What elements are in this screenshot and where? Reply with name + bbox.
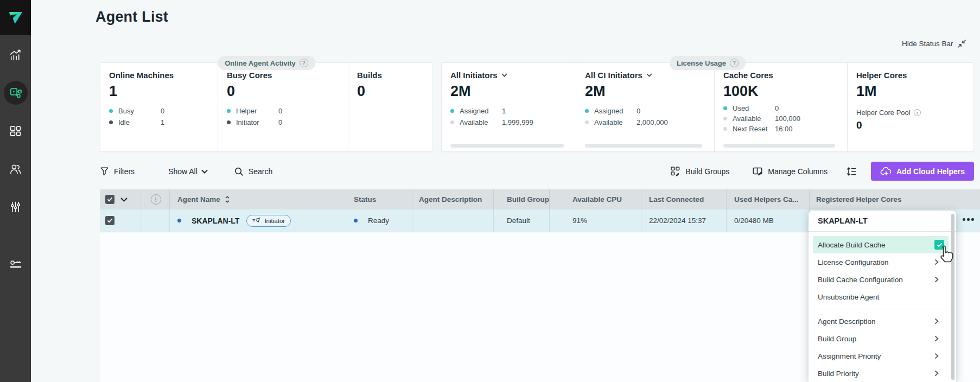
available-dot <box>585 120 589 124</box>
column-header-agent-description[interactable]: Agent Description <box>412 189 494 209</box>
table-header: ! Agent Name Status Agent Description Bu… <box>100 189 980 209</box>
idle-dot <box>109 120 113 124</box>
menu-item-allocate-build-cache[interactable]: Allocate Build Cache <box>813 236 949 253</box>
license-usage-pill: License Usage ? <box>670 56 746 70</box>
column-header-status[interactable]: Status <box>347 189 412 209</box>
help-icon[interactable]: ? <box>730 59 739 67</box>
cloud-plus-icon <box>880 167 892 176</box>
header-select-cell <box>100 189 142 209</box>
legend-row: Used 0 <box>723 104 847 112</box>
helper-dot <box>227 109 231 113</box>
cache-cores-card: Cache Cores 100K Used 0 Available 100,00… <box>714 63 847 151</box>
chevron-down-icon <box>201 169 208 174</box>
available-dot <box>450 120 454 124</box>
card-value: 100K <box>723 83 847 100</box>
card-value: 2M <box>450 83 576 100</box>
card-title: Builds <box>357 71 432 80</box>
sidebar-item-settings[interactable] <box>4 195 28 219</box>
brand-logo-icon <box>8 10 24 24</box>
show-all-dropdown[interactable]: Show All <box>168 167 208 176</box>
legend: Assigned 0 Available 2,000,000 <box>585 107 714 126</box>
available-dot <box>723 117 727 120</box>
sort-icon[interactable] <box>225 195 230 203</box>
menu-scrollbar[interactable] <box>951 214 954 380</box>
help-icon[interactable]: ? <box>300 59 308 67</box>
chevron-right-icon <box>934 318 939 324</box>
helper-core-pool-value: 0 <box>856 119 973 131</box>
legend-row: Idle 1 <box>109 118 218 126</box>
status-dot <box>354 219 358 222</box>
assigned-dot <box>585 109 589 113</box>
all-initiators-card: All Initiators 2M Assigned 1 Available 1… <box>442 63 576 151</box>
initiator-icon <box>252 217 261 224</box>
select-menu-chevron-icon[interactable] <box>120 198 128 202</box>
build-groups-button[interactable]: Build Groups <box>670 166 729 176</box>
row-more-actions-button[interactable] <box>963 218 974 221</box>
search-input[interactable]: Search <box>234 167 272 176</box>
menu-item-build-group[interactable]: Build Group <box>809 330 956 347</box>
panel-label: Online Agent Activity <box>225 59 296 67</box>
alert-icon: ! <box>151 194 161 205</box>
info-icon[interactable]: i <box>914 109 921 116</box>
page-title: Agent List <box>96 9 168 26</box>
manage-columns-icon <box>752 166 763 176</box>
license-usage-panel: License Usage ? All Initiators 2M Assign… <box>441 62 974 152</box>
menu-item-agent-description[interactable]: Agent Description <box>809 313 956 330</box>
online-agent-activity-pill: Online Agent Activity ? <box>218 56 315 70</box>
online-machines-card: Online Machines 1 Busy 0 Idle 1 <box>100 63 218 151</box>
agents-icon <box>9 86 23 100</box>
menu-item-license-configuration[interactable]: License Configuration <box>809 253 956 271</box>
sidebar-item-agents[interactable] <box>4 81 28 105</box>
sidebar-item-users[interactable] <box>4 157 28 181</box>
column-header-registered-helper-cores[interactable]: Registered Helper Cores <box>810 189 980 209</box>
usage-progress-bar <box>723 144 835 148</box>
row-used-helpers-cell: 0/20480 MB <box>727 209 810 232</box>
chevron-right-icon <box>934 353 939 359</box>
app-logo[interactable] <box>0 0 31 35</box>
column-header-last-connected[interactable]: Last Connected <box>641 189 727 209</box>
busy-dot <box>109 109 113 113</box>
column-header-agent-name[interactable]: Agent Name <box>170 189 347 209</box>
allocate-build-cache-checkbox[interactable] <box>934 240 944 250</box>
menu-item-unsubscribe-agent[interactable]: Unsubscribe Agent <box>809 288 956 305</box>
legend-row: Next Reset 16:00 <box>723 125 847 133</box>
menu-item-build-priority[interactable]: Build Priority <box>809 365 956 382</box>
sidebar-item-analytics[interactable] <box>4 43 28 67</box>
row-select-cell <box>100 209 142 232</box>
chevron-right-icon <box>934 335 939 342</box>
header-alert-cell: ! <box>142 189 170 209</box>
sidebar-item-license[interactable] <box>4 252 28 276</box>
chevron-right-icon <box>934 259 939 265</box>
menu-item-build-cache-configuration[interactable]: Build Cache Configuration <box>809 271 956 288</box>
search-icon <box>234 167 244 176</box>
license-key-icon <box>9 257 23 271</box>
filters-button[interactable]: Filters <box>100 167 135 176</box>
assigned-dot <box>450 109 454 113</box>
column-header-used-helpers[interactable]: Used Helpers Ca... <box>727 189 810 209</box>
status-text: Ready <box>368 217 389 225</box>
users-icon <box>9 162 22 176</box>
menu-item-assignment-priority[interactable]: Assignment Priority <box>809 347 956 365</box>
all-initiators-dropdown[interactable]: All Initiators <box>450 71 576 80</box>
all-ci-initiators-dropdown[interactable]: All CI Initiators <box>585 71 714 80</box>
select-all-checkbox[interactable] <box>105 195 114 204</box>
hide-status-bar-button[interactable]: Hide Status Bar <box>902 39 966 48</box>
column-header-available-cpu[interactable]: Available CPU <box>550 189 641 209</box>
dashboard-grid-icon <box>9 124 22 138</box>
context-menu-list: Allocate Build Cache License Configurati… <box>809 232 956 382</box>
row-density-button[interactable] <box>846 166 857 177</box>
add-cloud-helpers-button[interactable]: Add Cloud Helpers <box>871 162 974 181</box>
chevron-right-icon <box>934 370 939 377</box>
sidebar-nav <box>0 35 31 290</box>
manage-columns-button[interactable]: Manage Columns <box>752 166 828 176</box>
helper-cores-card: Helper Cores 1M Helper Core Pool i 0 <box>847 63 973 151</box>
sidebar-item-dashboard[interactable] <box>4 119 28 143</box>
agent-name: SKAPLAN-LT <box>192 217 239 225</box>
row-checkbox[interactable] <box>105 216 114 225</box>
agent-context-menu: SKAPLAN-LT Allocate Build Cache License … <box>809 211 956 382</box>
agent-online-dot <box>177 219 181 222</box>
panel-label: License Usage <box>677 59 726 67</box>
row-build-group-cell: Default <box>494 209 550 232</box>
row-status-cell: Ready <box>347 209 412 232</box>
column-header-build-group[interactable]: Build Group <box>494 189 550 209</box>
